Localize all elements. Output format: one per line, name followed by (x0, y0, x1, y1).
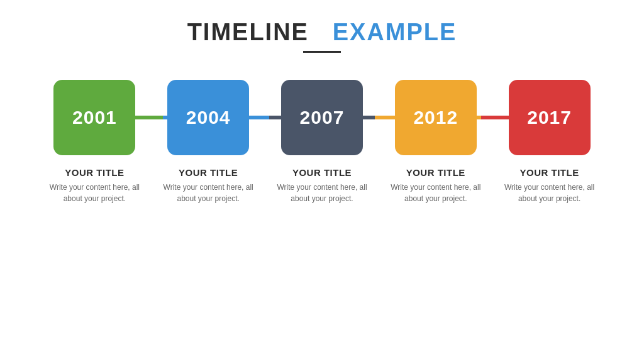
label-body-1: Write your content here, all about your … (47, 182, 142, 204)
label-title-5: YOUR TITLE (502, 167, 597, 178)
year-label-3: 2007 (300, 107, 345, 128)
header: TIMELINE EXAMPLE (187, 19, 457, 53)
label-title-2: YOUR TITLE (161, 167, 255, 178)
timeline-section: 2001 2004 2007 2012 2017 YOUR TITLE (25, 77, 619, 204)
timeline-labels: YOUR TITLE Write your content here, all … (25, 167, 619, 204)
page-title: TIMELINE EXAMPLE (187, 19, 457, 46)
timeline-item-1: 2001 (53, 80, 135, 155)
title-dark: TIMELINE (187, 19, 309, 45)
label-title-4: YOUR TITLE (389, 167, 483, 178)
title-blue: EXAMPLE (333, 19, 457, 45)
year-label-5: 2017 (527, 107, 572, 128)
timeline-label-4: YOUR TITLE Write your content here, all … (389, 167, 483, 204)
timeline-boxes: 2001 2004 2007 2012 2017 (25, 77, 619, 158)
page-wrapper: TIMELINE EXAMPLE 2001 20 (0, 0, 644, 362)
label-body-5: Write your content here, all about your … (502, 182, 597, 204)
label-body-2: Write your content here, all about your … (161, 182, 255, 204)
timeline-item-4: 2012 (395, 80, 477, 155)
timeline-item-3: 2007 (281, 80, 363, 155)
timeline-label-5: YOUR TITLE Write your content here, all … (502, 167, 597, 204)
timeline-label-1: YOUR TITLE Write your content here, all … (47, 167, 142, 204)
label-body-4: Write your content here, all about your … (389, 182, 483, 204)
label-title-1: YOUR TITLE (47, 167, 142, 178)
year-label-2: 2004 (186, 107, 231, 128)
timeline-item-5: 2017 (509, 80, 591, 155)
timeline-label-3: YOUR TITLE Write your content here, all … (275, 167, 369, 204)
year-label-1: 2001 (72, 107, 117, 128)
timeline-label-2: YOUR TITLE Write your content here, all … (161, 167, 255, 204)
year-label-4: 2012 (413, 107, 458, 128)
label-body-3: Write your content here, all about your … (275, 182, 369, 204)
label-title-3: YOUR TITLE (275, 167, 369, 178)
timeline-item-2: 2004 (167, 80, 249, 155)
timeline-line-container: 2001 2004 2007 2012 2017 (25, 77, 619, 158)
header-divider (303, 51, 341, 53)
